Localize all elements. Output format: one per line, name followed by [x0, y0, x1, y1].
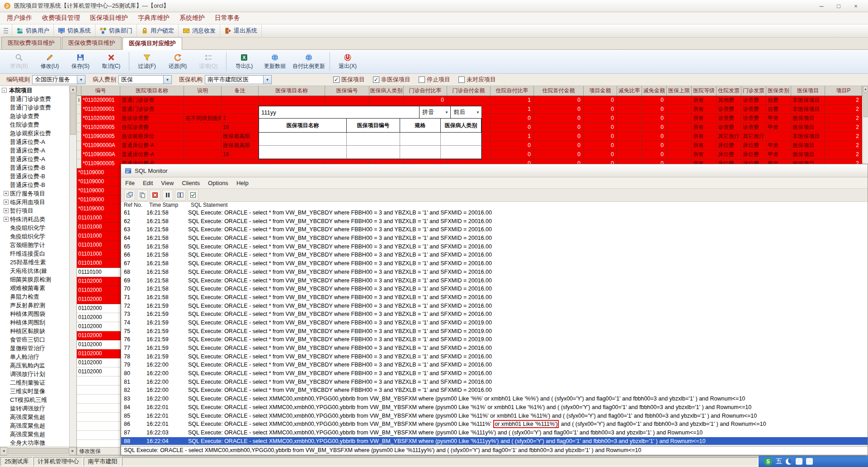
column-header[interactable]: 说明	[184, 86, 222, 95]
column-header[interactable]: 备注	[222, 86, 259, 95]
sql-statement-row[interactable]: 8016:22:00SQL Execute: ORACLE - select *…	[121, 369, 868, 378]
column-header[interactable]: 医保病人类别	[369, 86, 404, 95]
ime-tools-icon[interactable]	[806, 458, 813, 465]
table-cell[interactable]: 0	[584, 132, 617, 141]
tree-item[interactable]: +暂行项目	[0, 206, 70, 215]
sql-statement-row[interactable]: 8816:22:04SQL Execute: ORACLE - select X…	[121, 437, 868, 445]
table-cell[interactable]: 0	[404, 96, 447, 105]
table-cell[interactable]	[325, 96, 369, 105]
insurance-org-select[interactable]: 南平市建阳区医 ▼	[205, 75, 272, 84]
column-header[interactable]: 减免金额	[642, 86, 667, 95]
lookup-cell[interactable]	[441, 133, 481, 146]
table-cell[interactable]: 所有	[692, 114, 717, 123]
tree-item[interactable]: 普通床位费-B	[0, 163, 70, 172]
table-cell[interactable]	[766, 132, 791, 141]
column-header[interactable]: 门诊发票	[741, 86, 766, 95]
table-cell[interactable]: 所有	[692, 96, 717, 105]
table-cell[interactable]: 0	[534, 123, 584, 132]
table-code-cell[interactable]: 01102000	[77, 295, 121, 304]
sql-statement-row[interactable]: 7316:21:59SQL Execute: ORACLE - select *…	[121, 310, 868, 319]
table-code-cell[interactable]	[77, 386, 121, 395]
table-cell[interactable]: 0	[534, 141, 584, 150]
sql-statement-row[interactable]: 7416:21:59SQL Execute: ORACLE - select *…	[121, 319, 868, 327]
table-cell[interactable]: *0110900005	[81, 159, 120, 168]
tree-item[interactable]: 种植体周围刮	[0, 318, 70, 327]
table-cell[interactable]: 所有	[692, 141, 717, 150]
table-cell[interactable]	[184, 96, 222, 105]
tree-item[interactable]: 25羟基维生素	[0, 258, 70, 267]
tree-item[interactable]: 食管癌三切口	[0, 335, 70, 344]
column-header[interactable]: 住院发票	[717, 86, 741, 95]
expand-icon[interactable]: +	[4, 200, 9, 205]
filter-checkbox-item[interactable]: 未对应项目	[458, 76, 496, 84]
sql-statement-row[interactable]: 6916:21:58SQL Execute: ORACLE - select *…	[121, 276, 868, 285]
table-cell[interactable]: 急诊观察床位	[120, 132, 184, 141]
quickbar-system-switch-button[interactable]: 切换系统	[54, 24, 95, 37]
table-cell[interactable]: 2	[825, 123, 862, 132]
patient-fee-select[interactable]: 医保 ▼	[118, 75, 172, 84]
sql-statement-row[interactable]: 6216:21:58SQL Execute: ORACLE - select *…	[121, 217, 868, 226]
scroll-up-icon[interactable]: ▲	[863, 86, 868, 92]
expand-icon[interactable]: +	[4, 191, 9, 196]
table-code-cell[interactable]: 01102000	[77, 358, 121, 367]
table-cell[interactable]: *011090000A	[81, 141, 120, 150]
sql-statement-row[interactable]: 7216:21:59SQL Execute: ORACLE - select *…	[121, 302, 868, 310]
table-cell[interactable]: 甲类	[766, 123, 791, 132]
sql-monitor-menu-item[interactable]: Clients	[178, 178, 204, 188]
table-cell[interactable]: 0	[642, 96, 667, 105]
quickbar-exit-system-button[interactable]: 退出系统	[220, 24, 262, 37]
column-header[interactable]: 医保类别	[766, 86, 791, 95]
tree-item[interactable]: +特殊消耗品类	[0, 215, 70, 224]
chevron-down-icon[interactable]: ▼	[163, 76, 171, 84]
grid-vertical-scrollbar[interactable]: ▲	[863, 86, 868, 164]
tree-item[interactable]: 普通门诊诊查费	[0, 95, 70, 103]
lookup-position-select[interactable]: 前后 ▼	[450, 106, 481, 118]
sql-monitor-tool-button[interactable]	[137, 190, 148, 200]
checkbox-icon[interactable]	[458, 76, 465, 83]
table-code-cell[interactable]: 01110100	[77, 268, 121, 277]
table-code-cell[interactable]	[77, 376, 121, 386]
sql-statement-row[interactable]: 6816:21:58SQL Execute: ORACLE - select *…	[121, 268, 868, 276]
minimize-button[interactable]: ─	[813, 0, 830, 12]
tree-item[interactable]: 免疫组织化学	[0, 224, 70, 232]
tree-item[interactable]: 高压氧舱内监	[0, 361, 70, 370]
table-cell[interactable]: 自费	[766, 105, 791, 114]
table-cell[interactable]	[617, 132, 642, 141]
table-cell[interactable]: *0110900005	[81, 132, 120, 141]
tree-vertical-scrollbar[interactable]: ▲	[69, 86, 76, 447]
tree-item[interactable]: 普通床位费-A	[0, 155, 70, 163]
sql-statement-row[interactable]: 7816:21:59SQL Execute: ORACLE - select *…	[121, 353, 868, 361]
tree-item[interactable]: 急诊观察床位费	[0, 129, 70, 138]
menu-item[interactable]: 医保项目维护	[85, 12, 133, 24]
table-cell[interactable]	[369, 96, 404, 105]
menu-item[interactable]: 用户操作	[2, 12, 37, 24]
tree-item[interactable]: 高强度聚焦超	[0, 421, 70, 430]
tree-item[interactable]: 艰难梭菌毒素	[0, 284, 70, 292]
table-cell[interactable]: 其他费	[717, 96, 741, 105]
sql-statement-row[interactable]: 6516:21:58SQL Execute: ORACLE - select *…	[121, 243, 868, 251]
coding-rule-select[interactable]: 全国医疗服务 ▼	[32, 75, 85, 84]
collapse-icon[interactable]: -	[2, 88, 7, 93]
table-code-cell[interactable]: 01102000	[77, 286, 121, 295]
table-cell[interactable]: 2	[825, 141, 862, 150]
table-cell[interactable]: 诊查费	[717, 114, 741, 123]
sql-monitor-tool-button[interactable]	[188, 190, 198, 200]
sql-monitor-tool-button[interactable]	[162, 190, 173, 200]
table-code-cell[interactable]: 01101000	[77, 223, 121, 232]
table-cell[interactable]: 1	[491, 105, 534, 114]
sql-monitor-menu-item[interactable]: Options	[204, 178, 232, 188]
table-cell[interactable]: 医保项目	[791, 141, 825, 150]
table-code-cell[interactable]: *01109000	[77, 177, 121, 186]
sql-monitor-menu-item[interactable]: Help	[232, 178, 253, 188]
table-cell[interactable]	[617, 96, 642, 105]
table-cell[interactable]: 普通床位费-A	[120, 141, 184, 150]
tree-item[interactable]: 二维剂量验证	[0, 378, 70, 387]
menu-item[interactable]: 系统维护	[175, 12, 210, 24]
tree-root-item[interactable]: -本院项目	[0, 86, 70, 95]
filter-checkbox-item[interactable]: ✓医保项目	[333, 76, 365, 84]
table-code-cell[interactable]: 01102000	[77, 367, 121, 376]
table-cell[interactable]: 床位费	[717, 150, 741, 159]
table-cell[interactable]: 所有	[692, 105, 717, 114]
table-cell[interactable]: 1	[491, 132, 534, 141]
table-cell[interactable]: 0	[534, 96, 584, 105]
